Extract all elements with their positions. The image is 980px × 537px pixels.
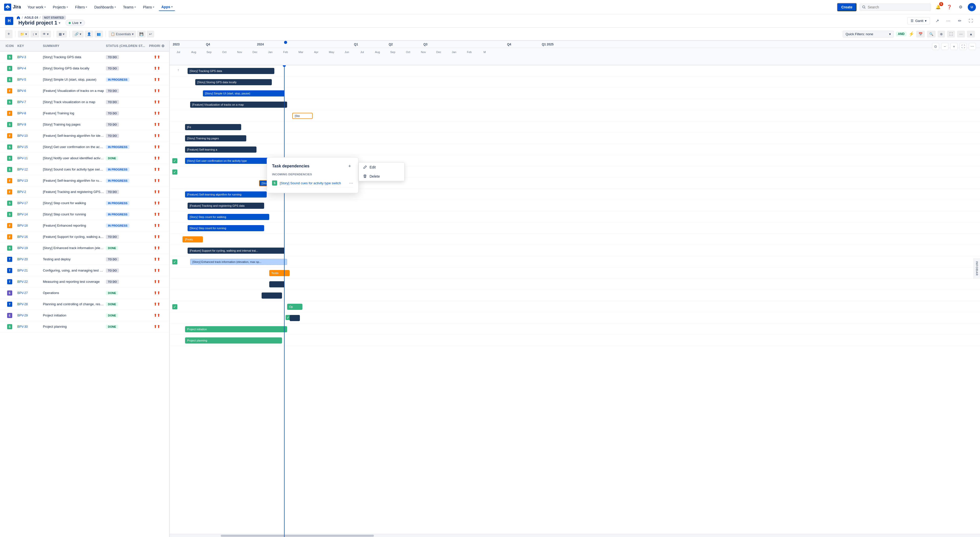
infobar-sidebar[interactable]: INFOBAR: [974, 258, 980, 279]
table-row[interactable]: S BPV-7 [Story] Track visualization on a…: [0, 96, 169, 108]
context-edit[interactable]: Edit: [359, 163, 404, 172]
issue-key-link[interactable]: BPV-13: [18, 179, 28, 182]
issue-key-link[interactable]: BPV-20: [18, 258, 28, 261]
gantt-expand-button[interactable]: ⛶: [959, 43, 967, 50]
gantt-bar-bpv19[interactable]: [Story] Enhanced track information (elev…: [190, 259, 287, 265]
gantt-bar-bpv3[interactable]: [Story] Tracking GPS data: [188, 68, 274, 74]
table-row[interactable]: F BPV-16 [Feature] Support for cycling, …: [0, 231, 169, 242]
issue-key-link[interactable]: BPV-11: [18, 156, 28, 160]
table-row[interactable]: F BPV-2 [Feature] Tracking and registeri…: [0, 186, 169, 198]
gantt-scrollbar-x[interactable]: [170, 534, 980, 537]
add-person-button[interactable]: 👥: [94, 30, 103, 38]
table-row[interactable]: E BPV-29 Project initiation DONE ⬆⬆: [0, 310, 169, 321]
nav-projects[interactable]: Projects ▾: [50, 3, 71, 11]
add-dependency-button[interactable]: +: [346, 163, 353, 170]
gantt-zoom-in-button[interactable]: +: [950, 43, 958, 50]
issue-key-link[interactable]: BPV-18: [18, 224, 28, 228]
dep-more-button[interactable]: ⋯: [349, 181, 353, 186]
issue-key-link[interactable]: BPV-15: [18, 145, 28, 149]
table-row[interactable]: F BPV-18 [Feature] Enhanced reporting IN…: [0, 220, 169, 231]
search-input[interactable]: [868, 5, 928, 9]
gantt-bar-bpv9[interactable]: [Story] Training log pages: [185, 135, 246, 142]
nav-plans[interactable]: Plans ▾: [140, 3, 157, 11]
expand-icon[interactable]: ↑: [177, 68, 179, 72]
gantt-bar-bpv22[interactable]: [262, 293, 282, 299]
person-button[interactable]: 👤: [85, 30, 94, 38]
issue-key-link[interactable]: BPV-3: [18, 56, 26, 59]
nav-logo[interactable]: Jira: [4, 3, 21, 11]
table-row[interactable]: F BPV-13 [Feature] Self-learning algorit…: [0, 175, 169, 186]
gantt-bar-bpv5[interactable]: [Story] Simple UI (start, stop, pause): [203, 90, 285, 96]
gantt-target-button[interactable]: ⊙: [932, 43, 939, 50]
gantt-bar-bpv6[interactable]: [Feature] Visualization of tracks on a m…: [190, 102, 287, 108]
issue-key-link[interactable]: BPV-2: [18, 190, 26, 194]
gantt-bar-bpv14[interactable]: [Story] Step count for running: [188, 225, 264, 231]
essentials-button[interactable]: 📋 Essentials ▾: [108, 30, 136, 38]
gantt-bar-bpv13[interactable]: [Feature] Self-learning algorithm for ru…: [185, 191, 267, 198]
gantt-bar-bpv20-testing[interactable]: Testin: [269, 270, 290, 276]
issue-key-link[interactable]: BPV-9: [18, 123, 26, 126]
help-button[interactable]: ❓: [945, 3, 953, 11]
save-button[interactable]: 💾: [137, 30, 146, 38]
table-row[interactable]: T BPV-28 Planning and controlling of cha…: [0, 299, 169, 310]
gantt-bar-bpv2[interactable]: [Feature] Tracking and registering GPS d…: [188, 202, 264, 209]
table-row[interactable]: T BPV-22 Measuring and reporting test co…: [0, 276, 169, 287]
issue-key-link[interactable]: BPV-17: [18, 201, 28, 205]
table-row[interactable]: S BPV-15 [Story] Get user confirmation o…: [0, 142, 169, 153]
gantt-more-button[interactable]: ⋯: [969, 43, 976, 50]
live-badge[interactable]: Live ▾: [65, 20, 85, 26]
table-row[interactable]: S BPV-11 [Story] Notify user about ident…: [0, 153, 169, 164]
issue-key-link[interactable]: BPV-27: [18, 291, 28, 295]
nav-dashboards[interactable]: Dashboards ▾: [92, 3, 118, 11]
gantt-bar-bpv10[interactable]: [Feature] Self-learning a: [185, 147, 256, 153]
gear-icon[interactable]: ⚙: [161, 44, 165, 48]
issue-key-link[interactable]: BPV-29: [18, 314, 28, 317]
quick-filter-dropdown[interactable]: Quick Filters: none ▾: [843, 30, 894, 38]
gantt-bar-bpv28[interactable]: [290, 315, 300, 321]
zoom-in-button[interactable]: ⊕: [938, 30, 945, 38]
table-row[interactable]: E BPV-27 Operations DONE ⬆⬆: [0, 287, 169, 299]
fullscreen-button[interactable]: ⛶: [967, 17, 975, 25]
nav-your-work[interactable]: Your work ▾: [25, 3, 48, 11]
calendar-button[interactable]: 📅: [916, 30, 925, 38]
issue-key-link[interactable]: BPV-12: [18, 168, 28, 171]
lightning-button[interactable]: ⚡: [908, 31, 914, 37]
table-button[interactable]: ▦ ▾: [56, 30, 67, 38]
share-button[interactable]: ↗: [933, 17, 941, 25]
table-row[interactable]: S BPV-5 [Story] Simple UI (start, stop, …: [0, 74, 169, 85]
gantt-bar-bpv27[interactable]: Op: [287, 304, 302, 310]
eye-button[interactable]: 👁 ▾: [40, 30, 51, 38]
gantt-bar-bpv7[interactable]: [Sto: [292, 113, 313, 119]
issue-key-link[interactable]: BPV-8: [18, 112, 26, 115]
issue-key-link[interactable]: BPV-10: [18, 134, 28, 137]
issue-key-link[interactable]: BPV-28: [18, 303, 28, 306]
add-button[interactable]: +: [5, 30, 13, 38]
user-avatar[interactable]: U: [968, 3, 976, 11]
gantt-bar-bpv18[interactable]: [Featu: [183, 236, 203, 242]
zoom-out-button[interactable]: 🔍: [927, 30, 935, 38]
collapse-button[interactable]: ▲: [967, 30, 975, 38]
nav-teams[interactable]: Teams ▾: [121, 3, 138, 11]
search-box[interactable]: [859, 3, 931, 11]
create-button[interactable]: Create: [837, 3, 856, 11]
issue-key-link[interactable]: BPV-7: [18, 100, 26, 104]
nav-filters[interactable]: Filters ▾: [73, 3, 89, 11]
issue-key-link[interactable]: BPV-14: [18, 213, 28, 216]
notifications-button[interactable]: 🔔 5: [934, 3, 942, 11]
table-row[interactable]: F BPV-6 [Feature] Visualization of track…: [0, 85, 169, 96]
project-status[interactable]: NOT STARTED: [42, 16, 66, 20]
issue-key-link[interactable]: BPV-30: [18, 325, 28, 328]
issue-key-link[interactable]: BPV-5: [18, 78, 26, 81]
more-button[interactable]: ⋯: [957, 30, 965, 38]
table-row[interactable]: S BPV-14 [Story] Step count for running …: [0, 209, 169, 220]
table-row[interactable]: S BPV-19 [Story] Enhanced track informat…: [0, 242, 169, 254]
gantt-bar-bpv30[interactable]: Project planning: [185, 338, 282, 344]
table-row[interactable]: S BPV-9 [Story] Training log pages TO DO…: [0, 119, 169, 130]
gantt-bar-bpv29[interactable]: Project initiation: [185, 326, 287, 332]
table-row[interactable]: F BPV-8 [Feature] Training log TO DO ⬆⬆: [0, 108, 169, 119]
table-row[interactable]: S BPV-12 [Story] Sound cues for activity…: [0, 164, 169, 175]
settings-button[interactable]: ⚙: [956, 3, 965, 11]
scrollbar-thumb[interactable]: [221, 535, 374, 537]
nav-apps[interactable]: Apps ▾: [159, 3, 175, 11]
gantt-bar-bpv17[interactable]: [Story] Step count for walking: [188, 214, 269, 220]
